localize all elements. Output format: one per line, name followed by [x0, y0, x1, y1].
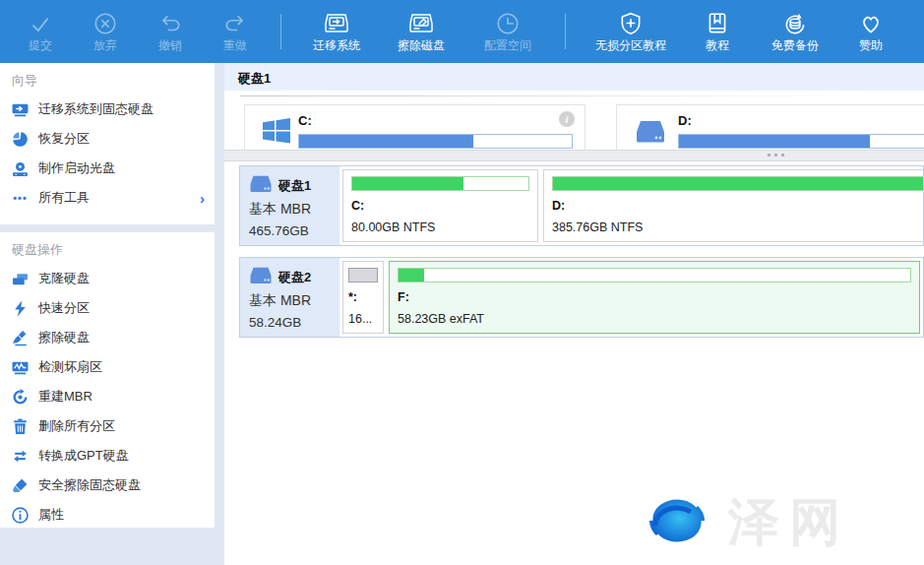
- toolbar: 提交 放弃 撤销 重做 迁移系统 擦除磁盘 配置空间: [0, 0, 924, 63]
- erase-disk-icon: [12, 330, 29, 346]
- commit-label: 提交: [29, 39, 52, 52]
- sidebar-item-quick-partition[interactable]: 快速分区: [0, 293, 215, 323]
- disk-row-2: 硬盘2 基本 MBR 58.24GB *: 16... F:: [239, 257, 924, 338]
- sidebar-item-recover-partition[interactable]: 恢复分区: [0, 124, 215, 154]
- sidebar-item-convert-gpt[interactable]: 转换成GPT硬盘: [0, 441, 215, 471]
- redo-label: 重做: [223, 39, 247, 52]
- discard-label: 放弃: [93, 39, 117, 52]
- disk-type: 基本 MBR: [249, 201, 339, 219]
- disk1-info-cell[interactable]: 硬盘1 基本 MBR 465.76GB: [240, 166, 339, 245]
- usage-bar: [552, 176, 924, 191]
- sidebar-item-bad-sector[interactable]: 检测坏扇区: [0, 352, 215, 382]
- disk-type: 基本 MBR: [249, 292, 339, 310]
- undo-button[interactable]: 撤销: [138, 11, 203, 52]
- sidebar-item-properties[interactable]: 属性: [0, 500, 215, 530]
- info-icon[interactable]: i: [559, 111, 575, 127]
- sidebar-item-migrate-ssd[interactable]: 迁移系统到固态硬盘: [0, 94, 215, 124]
- disk-tabstrip: 硬盘1: [224, 63, 924, 91]
- watermark: 泽网: [642, 488, 850, 557]
- splitter-dots-icon: [768, 154, 784, 157]
- partition-label: F:: [398, 290, 911, 304]
- sidebar-item-label: 快速分区: [38, 299, 90, 317]
- shield-plus-icon: [618, 11, 644, 36]
- wipe-disk-button[interactable]: 擦除磁盘: [379, 11, 463, 52]
- partition-size: 385.76GB NTFS: [552, 220, 924, 234]
- disk-name: 硬盘1: [278, 177, 311, 195]
- sidebar-item-label: 擦除硬盘: [38, 329, 90, 346]
- overview-drive-label: D:: [678, 113, 692, 128]
- redo-button[interactable]: 重做: [203, 11, 268, 52]
- undo-icon: [157, 11, 183, 36]
- partition-label: D:: [552, 199, 924, 213]
- partition-tutorial-label: 无损分区教程: [595, 39, 666, 52]
- sidebar-item-clone-disk[interactable]: 克隆硬盘: [0, 264, 215, 293]
- partition-d[interactable]: D: 385.76GB NTFS: [543, 169, 924, 242]
- sidebar-item-label: 删除所有分区: [38, 417, 115, 435]
- allocate-space-icon: [495, 11, 521, 36]
- sponsor-label: 赞助: [859, 39, 883, 52]
- sidebar-item-bootable-media[interactable]: 制作启动光盘: [0, 154, 215, 183]
- disk2-info-cell[interactable]: 硬盘2 基本 MBR 58.24GB: [240, 258, 339, 337]
- chevron-right-icon: ›: [200, 191, 205, 206]
- migrate-system-label: 迁移系统: [313, 39, 360, 52]
- free-backup-button[interactable]: 免费备份: [752, 11, 838, 52]
- watermark-logo: [642, 490, 712, 555]
- sidebar-item-delete-all-partitions[interactable]: 删除所有分区: [0, 411, 215, 441]
- usage-bar: [351, 176, 529, 191]
- sidebar-section-title: 向导: [0, 63, 215, 94]
- convert-gpt-icon: [12, 448, 29, 465]
- sidebar-item-label: 属性: [38, 506, 64, 524]
- heart-icon: [858, 11, 884, 36]
- redo-icon: [222, 11, 248, 36]
- partition-unnamed[interactable]: *: 16...: [342, 261, 384, 334]
- sidebar-section-title: 硬盘操作: [0, 232, 215, 264]
- recover-partition-icon: [12, 131, 29, 148]
- sidebar-item-all-tools[interactable]: ••• 所有工具 ›: [0, 183, 215, 213]
- watermark-text: 泽网: [728, 488, 850, 557]
- migrate-system-button[interactable]: 迁移系统: [294, 11, 379, 52]
- usage-bar: [398, 268, 911, 282]
- sidebar-item-label: 转换成GPT硬盘: [38, 447, 129, 465]
- partition-size: 80.00GB NTFS: [351, 220, 529, 234]
- partition-label: *:: [348, 290, 378, 304]
- overview-card-c[interactable]: C: i: [244, 104, 585, 152]
- partition-tutorial-button[interactable]: 无损分区教程: [579, 11, 683, 52]
- usage-bar-fill: [399, 269, 424, 282]
- rebuild-mbr-icon: [12, 389, 29, 406]
- tutorial-button[interactable]: 教程: [683, 11, 752, 52]
- partition-strip: C: 80.00GB NTFS D: 385.76GB NTFS: [339, 166, 923, 245]
- commit-button[interactable]: 提交: [8, 11, 73, 52]
- allocate-space-button[interactable]: 配置空间: [463, 11, 552, 52]
- commit-check-icon: [28, 11, 53, 36]
- sidebar-item-secure-erase[interactable]: 安全擦除固态硬盘: [0, 471, 215, 500]
- sidebar-disk-ops-panel: 硬盘操作 克隆硬盘 快速分区 擦除硬盘 检测坏扇区 重建MBR 删除所有分区: [0, 232, 215, 528]
- free-backup-label: 免费备份: [771, 39, 819, 52]
- splitter-handle[interactable]: [224, 150, 924, 161]
- sidebar-item-rebuild-mbr[interactable]: 重建MBR: [0, 382, 215, 411]
- sponsor-button[interactable]: 赞助: [838, 11, 903, 52]
- partition-c[interactable]: C: 80.00GB NTFS: [342, 169, 538, 242]
- sidebar-item-erase-disk[interactable]: 擦除硬盘: [0, 323, 215, 352]
- main-content: C: i D: 硬盘1 基本 MBR: [224, 91, 924, 565]
- disk-icon: [249, 267, 273, 287]
- partition-size: 16...: [348, 312, 378, 326]
- disk-icon: [249, 175, 273, 196]
- allocate-space-label: 配置空间: [484, 39, 531, 52]
- discard-button[interactable]: 放弃: [73, 11, 138, 52]
- sidebar-item-label: 安全擦除固态硬盘: [38, 476, 141, 494]
- usage-bar: [348, 268, 378, 282]
- quick-partition-icon: [12, 300, 29, 317]
- disk-icon: [635, 120, 666, 148]
- usage-bar-fill: [299, 135, 473, 148]
- bootable-media-icon: [12, 160, 29, 177]
- sidebar-item-label: 制作启动光盘: [38, 159, 115, 177]
- partition-f-selected[interactable]: F: 58.23GB exFAT: [389, 261, 920, 334]
- tab-disk1[interactable]: 硬盘1: [224, 63, 924, 88]
- windows-logo: [263, 118, 290, 148]
- bad-sector-icon: [12, 359, 29, 376]
- discard-circle-x-icon: [92, 11, 118, 36]
- disk-size: 58.24GB: [249, 315, 339, 330]
- migrate-system-icon: [323, 11, 350, 36]
- usage-bar-fill: [352, 177, 463, 190]
- overview-card-d[interactable]: D:: [616, 104, 924, 152]
